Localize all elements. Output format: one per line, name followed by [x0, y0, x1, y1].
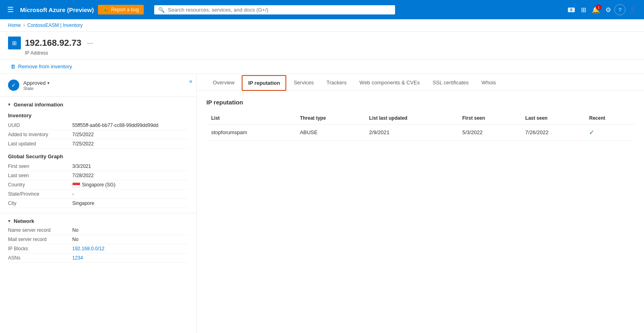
search-bar[interactable]: 🔍: [154, 5, 395, 14]
breadcrumb-sep1: ›: [23, 22, 25, 28]
info-row-last-seen: Last seen 7/28/2022: [8, 171, 188, 180]
info-row-uuid: UUID 55ff55ff-aa66-bb77-cc88-99dd99dd99d…: [8, 121, 188, 130]
info-row-city: City Singapore: [8, 199, 188, 208]
topbar: ☰ Microsoft Azure (Preview) 🐛 Report a b…: [0, 0, 644, 19]
state-icon: ✓: [8, 80, 19, 91]
app-title: Microsoft Azure (Preview): [20, 6, 94, 13]
cell-list-last-updated: 2/9/2021: [364, 125, 457, 141]
tab-ssl-certificates[interactable]: SSL certificates: [426, 74, 475, 90]
search-input[interactable]: [168, 7, 391, 13]
info-val-name-server: No: [72, 227, 78, 233]
check-icon: ✓: [589, 129, 594, 136]
page-more-icon[interactable]: ···: [86, 39, 95, 47]
info-val-last-seen: 7/28/2022: [72, 173, 94, 178]
cell-last-seen: 7/26/2022: [520, 125, 584, 141]
dashboard-icon[interactable]: ⊞: [579, 4, 589, 16]
info-key-uuid: UUID: [8, 123, 72, 128]
left-panel: « ✓ Approved ▾ State ▾ General informati…: [0, 74, 197, 333]
help-icon[interactable]: ?: [614, 4, 626, 15]
info-row-mail-server: Mail server record No: [8, 235, 188, 244]
cell-threat-type: ABUSE: [295, 125, 364, 141]
info-key-added: Added to inventory: [8, 132, 72, 137]
info-key-first-seen: First seen: [8, 163, 72, 169]
menu-icon[interactable]: ☰: [5, 5, 16, 14]
singapore-flag: [72, 182, 80, 188]
tab-whois[interactable]: Whois: [475, 74, 502, 90]
ip-reputation-title: IP reputation: [206, 99, 634, 106]
general-info-chevron: ▾: [8, 102, 10, 107]
info-key-asns: ASNs: [8, 255, 72, 261]
global-security-title: Global Security Graph: [8, 153, 188, 159]
info-row-name-server: Name server record No: [8, 226, 188, 235]
info-val-country: Singapore (SG): [72, 182, 115, 188]
topbar-icons: 📧 ⊞ 🔔 1 ⚙ ? 👤: [565, 4, 639, 16]
cell-recent: ✓: [584, 125, 634, 141]
info-key-city: City: [8, 200, 72, 206]
info-key-mail-server: Mail server record: [8, 237, 72, 242]
tab-trackers[interactable]: Trackers: [320, 74, 353, 90]
info-row-added: Added to inventory 7/25/2022: [8, 130, 188, 139]
info-key-country: Country: [8, 182, 72, 188]
settings-icon[interactable]: ⚙: [603, 4, 613, 16]
network-content: Name server record No Mail server record…: [0, 226, 196, 268]
ip-reputation-content: IP reputation List Threat type List last…: [197, 91, 644, 149]
breadcrumb-home[interactable]: Home: [8, 22, 21, 28]
col-last-seen: Last seen: [520, 112, 584, 125]
report-bug-button[interactable]: 🐛 Report a bug: [98, 5, 144, 14]
col-recent: Recent: [584, 112, 634, 125]
network-chevron: ▾: [8, 219, 10, 224]
search-icon: 🔍: [158, 7, 165, 13]
info-val-state: -: [72, 191, 74, 197]
ip-reputation-table: List Threat type List last updated First…: [206, 112, 634, 141]
info-val-updated: 7/25/2022: [72, 141, 94, 147]
col-list-last-updated: List last updated: [364, 112, 457, 125]
info-key-updated: Last updated: [8, 141, 72, 147]
page-title: 192.168.92.73: [25, 38, 82, 48]
tab-ip-reputation[interactable]: IP reputation: [242, 75, 286, 91]
info-val-ip-blocks[interactable]: 192.168.0.0/12: [72, 246, 104, 251]
info-val-added: 7/25/2022: [72, 132, 94, 137]
info-row-ip-blocks: IP Blocks 192.168.0.0/12: [8, 244, 188, 253]
user-icon[interactable]: 👤: [626, 4, 639, 16]
cell-list: stopforumspam: [206, 125, 295, 141]
info-row-updated: Last updated 7/25/2022: [8, 139, 188, 149]
info-val-first-seen: 3/3/2021: [72, 163, 91, 169]
col-threat-type: Threat type: [295, 112, 364, 125]
info-row-country: Country Singapore (SG): [8, 180, 188, 190]
collapse-panel-button[interactable]: «: [189, 78, 192, 84]
tabs-container: Overview IP reputation Services Trackers…: [197, 74, 644, 91]
col-first-seen: First seen: [457, 112, 520, 125]
cell-first-seen: 5/3/2022: [457, 125, 520, 141]
remove-from-inventory-button[interactable]: 🗑 Remove from inventory: [8, 62, 74, 71]
main-content: « ✓ Approved ▾ State ▾ General informati…: [0, 74, 644, 333]
network-header[interactable]: ▾ Network: [0, 213, 196, 226]
tab-overview[interactable]: Overview: [206, 74, 241, 90]
mail-icon[interactable]: 📧: [565, 4, 578, 16]
info-row-state: State/Province -: [8, 190, 188, 199]
info-key-name-server: Name server record: [8, 227, 72, 233]
right-panel: Overview IP reputation Services Trackers…: [197, 74, 644, 333]
table-row: stopforumspam ABUSE 2/9/2021 5/3/2022 7/…: [206, 125, 634, 141]
general-info-header[interactable]: ▾ General information: [0, 97, 196, 109]
state-section: ✓ Approved ▾ State: [0, 74, 196, 97]
state-dropdown-icon: ▾: [47, 81, 49, 85]
state-label[interactable]: Approved ▾: [23, 80, 49, 86]
tab-web-components[interactable]: Web components & CVEs: [353, 74, 426, 90]
info-key-ip-blocks: IP Blocks: [8, 246, 72, 251]
info-key-state: State/Province: [8, 191, 72, 197]
trash-icon: 🗑: [10, 63, 16, 69]
info-val-city: Singapore: [72, 200, 94, 206]
notification-badge: 1: [596, 4, 601, 10]
notifications-icon[interactable]: 🔔 1: [589, 4, 602, 16]
info-key-last-seen: Last seen: [8, 173, 72, 178]
page-header: ⊞ 192.168.92.73 ··· IP Address: [0, 32, 644, 59]
col-list: List: [206, 112, 295, 125]
info-val-asns[interactable]: 1234: [72, 255, 83, 261]
bug-icon: 🐛: [103, 7, 109, 12]
inventory-group-title: Inventory: [8, 112, 188, 118]
breadcrumb-inventory[interactable]: ContosoEASM | Inventory: [27, 22, 83, 28]
info-val-mail-server: No: [72, 237, 78, 242]
state-sub: State: [23, 86, 49, 91]
tab-services[interactable]: Services: [287, 74, 320, 90]
page-icon: ⊞: [8, 37, 21, 49]
